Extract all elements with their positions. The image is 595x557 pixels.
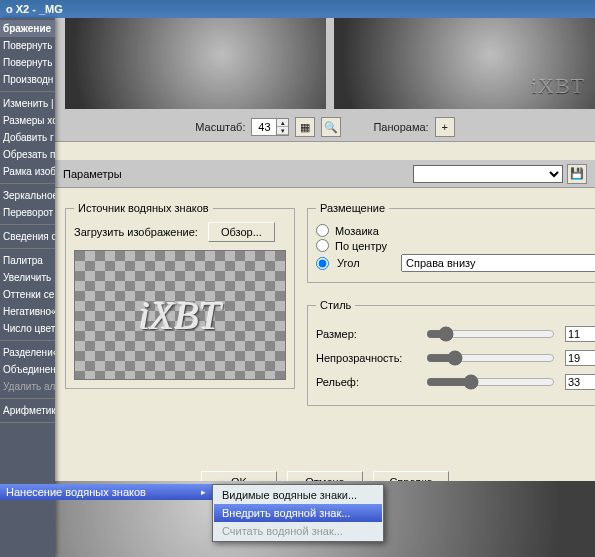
menu-item-disabled: Удалить ал — [0, 378, 55, 395]
grid-icon[interactable]: ▦ — [295, 117, 315, 137]
style-fieldset: Стиль Размер: ▴▾ Непрозрачность: ▴▾ Рель… — [307, 299, 595, 406]
menu-separator — [0, 91, 55, 92]
save-icon[interactable]: 💾 — [567, 164, 587, 184]
menu-separator — [0, 248, 55, 249]
source-fieldset: Источник водяных знаков Загрузить изобра… — [65, 202, 295, 389]
menu-item-watermarks[interactable]: Нанесение водяных знаков — [0, 484, 212, 500]
relief-value[interactable] — [565, 374, 595, 390]
preview-after: iXBT — [334, 18, 595, 109]
scale-step-buttons[interactable]: ▴▾ — [276, 119, 288, 135]
submenu-visible-watermarks[interactable]: Видимые водяные знаки... — [214, 486, 382, 504]
image-menu-header: бражение — [0, 20, 55, 37]
browse-button[interactable]: Обзор... — [208, 222, 275, 242]
placement-fieldset: Размещение Мозаика По центру Угол Справа… — [307, 202, 595, 283]
zoom-icon[interactable]: 🔍 — [321, 117, 341, 137]
menu-item[interactable]: Производн — [0, 71, 55, 88]
opacity-slider[interactable] — [426, 350, 555, 366]
menu-item[interactable]: Рамка изоб — [0, 163, 55, 180]
parameters-label: Параметры — [63, 168, 122, 180]
menu-item[interactable]: Объединен — [0, 361, 55, 378]
opacity-label: Непрозрачность: — [316, 352, 416, 364]
watermark-preview: iXBT — [74, 250, 286, 380]
scale-input[interactable] — [252, 119, 276, 135]
menu-separator — [0, 340, 55, 341]
placement-corner-label: Угол — [337, 257, 393, 269]
placement-center-radio[interactable] — [316, 239, 329, 252]
title-bar: o X2 - _MG — [0, 0, 595, 18]
scale-label: Масштаб: — [195, 121, 245, 133]
preview-before — [65, 18, 326, 109]
menu-item[interactable]: Оттенки се — [0, 286, 55, 303]
menu-separator — [0, 224, 55, 225]
menu-item-arithmetic[interactable]: Арифметик — [0, 402, 55, 419]
menu-item[interactable]: Число цвет — [0, 320, 55, 337]
watermark-preview-text: iXBT — [139, 292, 221, 339]
submenu-read-watermark: Считать водяной знак... — [214, 522, 382, 540]
menu-item[interactable]: Изменить | — [0, 95, 55, 112]
relief-label: Рельеф: — [316, 376, 416, 388]
menu-item[interactable]: Увеличить — [0, 269, 55, 286]
menu-separator — [0, 183, 55, 184]
opacity-value[interactable] — [565, 350, 595, 366]
menu-item[interactable]: Разделени« — [0, 344, 55, 361]
panorama-label: Панорама: — [373, 121, 428, 133]
preset-select[interactable] — [413, 165, 563, 183]
watermarks-submenu: Видимые водяные знаки... Внедрить водяно… — [212, 484, 384, 542]
menu-separator — [0, 398, 55, 399]
placement-corner-radio[interactable] — [316, 257, 329, 270]
placement-center-label: По центру — [335, 240, 387, 252]
preview-watermark-text: iXBT — [531, 73, 585, 99]
menu-item[interactable]: Сведения о — [0, 228, 55, 245]
panorama-add-button[interactable]: + — [435, 117, 455, 137]
menu-item[interactable]: Повернуть — [0, 54, 55, 71]
style-legend: Стиль — [316, 299, 355, 311]
menu-item[interactable]: Зеркальное — [0, 187, 55, 204]
size-value[interactable] — [565, 326, 595, 342]
menu-item[interactable]: Переворот — [0, 204, 55, 221]
preview-area: iXBT Масштаб: ▴▾ ▦ 🔍 Панорама: + — [55, 18, 595, 142]
placement-legend: Размещение — [316, 202, 389, 214]
relief-slider[interactable] — [426, 374, 555, 390]
menu-item[interactable]: Негативно« — [0, 303, 55, 320]
size-label: Размер: — [316, 328, 416, 340]
menu-item[interactable]: Размеры хо — [0, 112, 55, 129]
source-legend: Источник водяных знаков — [74, 202, 213, 214]
title-text: o X2 - _MG — [6, 3, 63, 15]
menu-item[interactable]: Обрезать п — [0, 146, 55, 163]
menu-separator — [0, 422, 55, 423]
menu-item[interactable]: Повернуть — [0, 37, 55, 54]
placement-mosaic-label: Мозаика — [335, 225, 379, 237]
menu-item-label: Нанесение водяных знаков — [6, 486, 146, 498]
parameters-bar: Параметры 💾 — [55, 160, 595, 188]
placement-mosaic-radio[interactable] — [316, 224, 329, 237]
menu-item[interactable]: Добавить г — [0, 129, 55, 146]
load-label: Загрузить изображение: — [74, 226, 198, 238]
zoom-toolbar: Масштаб: ▴▾ ▦ 🔍 Панорама: + — [55, 117, 595, 137]
menu-item[interactable]: Палитра — [0, 252, 55, 269]
scale-spinner[interactable]: ▴▾ — [251, 118, 289, 136]
image-menu: бражение Повернуть Повернуть Производн И… — [0, 18, 55, 557]
submenu-embed-watermark[interactable]: Внедрить водяной знак... — [214, 504, 382, 522]
corner-select[interactable]: Справа внизу — [401, 254, 595, 272]
size-slider[interactable] — [426, 326, 555, 342]
